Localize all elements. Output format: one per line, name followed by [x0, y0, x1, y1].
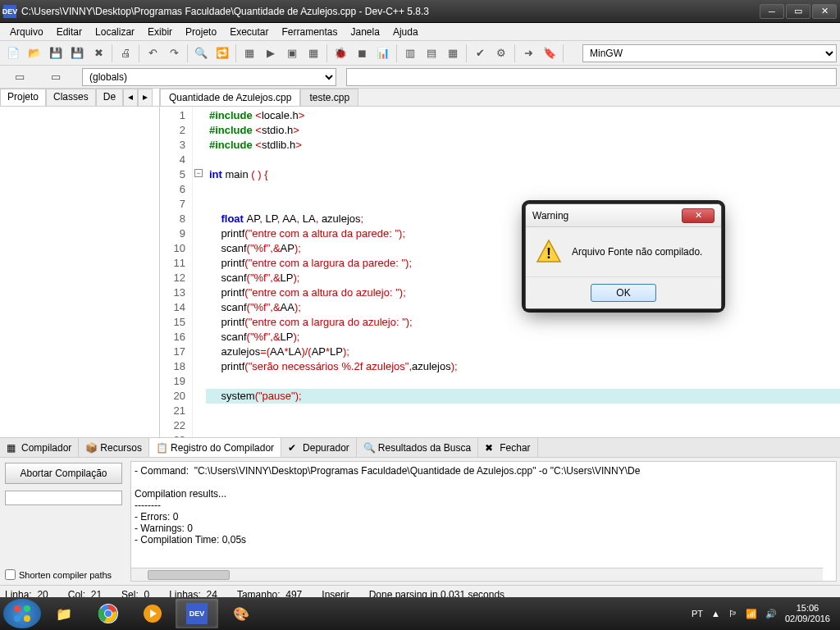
project-tab-nav[interactable]: ◂	[123, 89, 138, 106]
rebuild-button[interactable]: ▦	[304, 43, 323, 63]
close-button[interactable]: ✕	[812, 4, 837, 19]
dialog-title: Warning	[532, 210, 568, 221]
windows-taskbar: 📁 DEV 🎨 PT ▲ 🏳 📶 🔊 15:0602/09/2016	[0, 597, 840, 630]
menu-janela[interactable]: Janela	[345, 25, 386, 39]
fold-column[interactable]: −	[193, 107, 206, 437]
bottom-tab-4[interactable]: 🔍Resultados da Busca	[357, 438, 478, 457]
project-tab-nav[interactable]: ▸	[138, 89, 153, 106]
window-title: C:\Users\VINNY\Desktop\Programas Faculda…	[21, 6, 760, 17]
project-sidebar: ProjetoClassesDe◂▸	[0, 89, 160, 437]
line-gutter: 123456789101112131415161718192021222324	[160, 107, 193, 437]
bookmark-button[interactable]: 🔖	[540, 43, 559, 63]
close-file-button[interactable]: ✖	[89, 43, 108, 63]
start-button[interactable]	[3, 599, 41, 628]
compile-button[interactable]: ▦	[240, 43, 259, 63]
compile-run-button[interactable]: ▣	[282, 43, 302, 63]
clock[interactable]: 15:0602/09/2016	[785, 603, 830, 624]
open-button[interactable]: 📂	[25, 43, 44, 63]
menu-projeto[interactable]: Projeto	[179, 25, 223, 39]
menu-ferramentas[interactable]: Ferramentas	[275, 25, 344, 39]
save-all-button[interactable]: 💾	[67, 43, 87, 63]
shorten-paths-checkbox[interactable]: Shorten compiler paths	[5, 569, 122, 580]
save-button[interactable]: 💾	[46, 43, 66, 63]
bottom-tab-5[interactable]: ✖Fechar	[478, 438, 537, 457]
chrome-taskbar-icon[interactable]	[87, 599, 130, 628]
stop-button[interactable]: ◼	[352, 43, 372, 63]
window-titlebar: DEV C:\Users\VINNY\Desktop\Programas Fac…	[0, 0, 840, 23]
new-file-button[interactable]: 📄	[3, 43, 23, 63]
svg-point-5	[24, 615, 30, 622]
explorer-taskbar-icon[interactable]: 📁	[43, 599, 85, 628]
wmp-taskbar-icon[interactable]	[131, 599, 174, 628]
bottom-tab-3[interactable]: ✔Depurador	[281, 438, 357, 457]
paint-taskbar-icon[interactable]: 🎨	[220, 599, 262, 628]
menu-arquivo[interactable]: Arquivo	[3, 25, 50, 39]
tray-icon[interactable]: ▲	[711, 609, 720, 619]
print-button[interactable]: 🖨	[116, 43, 135, 63]
log-scrollbar-h[interactable]	[131, 568, 823, 581]
project-tab-2[interactable]: De	[96, 89, 123, 106]
compiler-dropdown[interactable]: MinGW	[582, 44, 837, 62]
svg-point-3	[24, 605, 30, 612]
toolbar-secondary: ▭ ▭ (globals)	[0, 66, 840, 89]
volume-icon[interactable]: 🔊	[765, 609, 777, 619]
undo-button[interactable]: ↶	[143, 43, 162, 63]
bottom-tab-2[interactable]: 📋Registro do Compilador	[149, 438, 281, 457]
bottom-tab-0[interactable]: ▦Compilador	[0, 438, 79, 457]
dialog-close-button[interactable]: ✕	[682, 208, 714, 223]
project-tab-1[interactable]: Classes	[46, 89, 96, 106]
svg-point-9	[105, 610, 112, 617]
editor-tab-1[interactable]: teste.cpp	[300, 89, 358, 106]
action-center-icon[interactable]: 🏳	[728, 609, 737, 619]
toolbar-main: 📄 📂 💾 💾 ✖ 🖨 ↶ ↷ 🔍 🔁 ▦ ▶ ▣ ▦ 🐞 ◼ 📊 ▥ ▤ ▦ …	[0, 41, 840, 66]
editor-tab-0[interactable]: Quantidade de Azulejos.cpp	[160, 89, 300, 106]
warning-icon: !	[536, 239, 562, 265]
app-icon: DEV	[3, 5, 16, 18]
devcpp-taskbar-icon[interactable]: DEV	[176, 599, 218, 628]
debug-button[interactable]: 🐞	[331, 43, 350, 63]
replace-button[interactable]: 🔁	[212, 43, 232, 63]
dialog-ok-button[interactable]: OK	[591, 284, 656, 302]
menu-localizar[interactable]: Localizar	[89, 25, 141, 39]
network-icon[interactable]: 📶	[746, 609, 757, 619]
run-button[interactable]: ▶	[261, 43, 281, 63]
menu-ajuda[interactable]: Ajuda	[386, 25, 425, 39]
svg-text:!: !	[546, 245, 551, 262]
check-button[interactable]: ✔	[470, 43, 490, 63]
maximize-button[interactable]: ▭	[786, 4, 810, 19]
menu-bar: ArquivoEditarLocalizarExibirProjetoExecu…	[0, 23, 840, 41]
language-indicator[interactable]: PT	[692, 609, 703, 619]
compiler-log[interactable]: - Command: "C:\Users\VINNY\Desktop\Progr…	[130, 461, 837, 582]
insert-button[interactable]: ▭	[39, 67, 72, 87]
new-project-button[interactable]: ▭	[3, 67, 36, 87]
redo-button[interactable]: ↷	[164, 43, 184, 63]
profile-button[interactable]: 📊	[373, 43, 393, 63]
goto-button[interactable]: ➜	[518, 43, 538, 63]
project-tab-0[interactable]: Projeto	[0, 89, 46, 106]
gear-button[interactable]: ⚙	[491, 43, 511, 63]
layout3-button[interactable]: ▦	[443, 43, 463, 63]
code-editor[interactable]: 123456789101112131415161718192021222324 …	[160, 107, 840, 437]
find-button[interactable]: 🔍	[191, 43, 211, 63]
warning-dialog: Warning ✕ ! Arquivo Fonte não compilado.…	[525, 203, 722, 309]
dialog-message: Arquivo Fonte não compilado.	[572, 246, 702, 258]
menu-exibir[interactable]: Exibir	[141, 25, 179, 39]
svg-point-4	[14, 615, 21, 622]
svg-point-2	[14, 605, 21, 612]
layout1-button[interactable]: ▥	[400, 43, 420, 63]
globals-dropdown[interactable]: (globals)	[82, 68, 336, 86]
compile-progress	[5, 491, 122, 505]
bottom-tab-1[interactable]: 📦Recursos	[79, 438, 149, 457]
layout2-button[interactable]: ▤	[422, 43, 441, 63]
menu-editar[interactable]: Editar	[50, 25, 89, 39]
abort-compile-button[interactable]: Abortar Compilação	[5, 463, 122, 484]
minimize-button[interactable]: ─	[760, 4, 784, 19]
menu-executar[interactable]: Executar	[223, 25, 275, 39]
class-dropdown[interactable]	[346, 68, 837, 86]
